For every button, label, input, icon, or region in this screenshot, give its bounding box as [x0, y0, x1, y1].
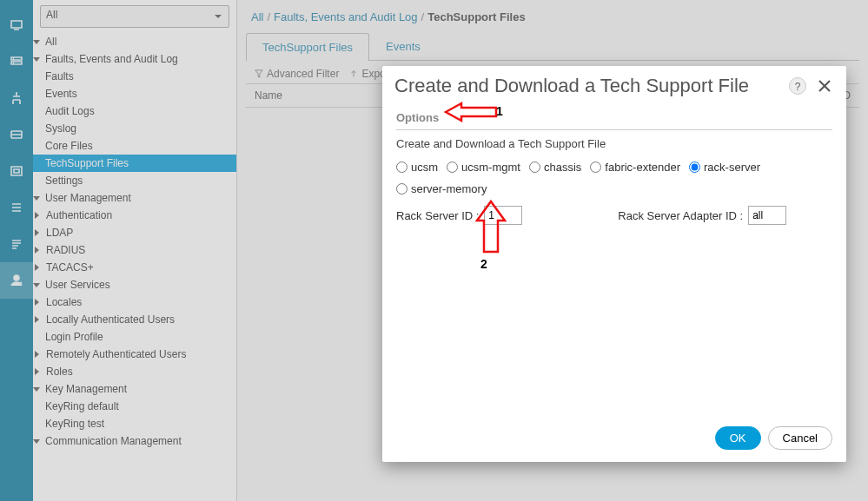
help-button[interactable]: ?: [789, 77, 806, 95]
radio-input-rack-server[interactable]: [689, 162, 700, 173]
radio-ucsm-mgmt[interactable]: ucsm-mgmt: [447, 161, 520, 174]
radio-label: rack-server: [704, 161, 760, 174]
create-techsupport-dialog: Create and Download a Tech Support File …: [382, 66, 846, 462]
modal-description: Create and Download a Tech Support File: [396, 130, 832, 155]
ok-button[interactable]: OK: [715, 426, 761, 450]
radio-label: chassis: [544, 161, 581, 174]
annotation-label-1: 1: [496, 104, 503, 118]
rack-server-id-input[interactable]: [484, 206, 522, 225]
radio-rack-server[interactable]: rack-server: [689, 161, 760, 174]
type-radio-group: ucsmucsm-mgmtchassisfabric-extenderrack-…: [396, 155, 832, 201]
radio-label: fabric-extender: [605, 161, 680, 174]
close-button[interactable]: [815, 76, 834, 96]
rack-server-id-label: Rack Server ID :: [396, 209, 479, 222]
radio-input-ucsm[interactable]: [396, 162, 407, 173]
modal-title: Create and Download a Tech Support File: [394, 75, 789, 97]
radio-fabric-extender[interactable]: fabric-extender: [590, 161, 680, 174]
radio-label: server-memory: [411, 182, 487, 195]
radio-chassis[interactable]: chassis: [529, 161, 581, 174]
annotation-label-2: 2: [480, 257, 487, 271]
radio-input-chassis[interactable]: [529, 162, 540, 173]
radio-ucsm[interactable]: ucsm: [396, 161, 438, 174]
radio-input-fabric-extender[interactable]: [590, 162, 601, 173]
rack-server-adapter-id-input[interactable]: [748, 206, 786, 225]
radio-server-memory[interactable]: server-memory: [396, 182, 487, 195]
radio-input-ucsm-mgmt[interactable]: [447, 162, 458, 173]
options-section-header: Options: [396, 109, 832, 130]
radio-label: ucsm-mgmt: [461, 161, 520, 174]
rack-server-adapter-id-label: Rack Server Adapter ID :: [618, 209, 743, 222]
radio-label: ucsm: [411, 161, 438, 174]
cancel-button[interactable]: Cancel: [768, 426, 832, 450]
radio-input-server-memory[interactable]: [396, 183, 407, 194]
close-icon: [817, 78, 832, 94]
